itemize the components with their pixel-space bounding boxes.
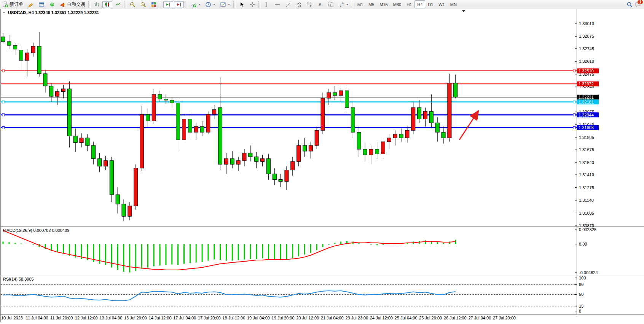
time-axis-label: 19 Jul 04:00 [247,316,270,320]
candle-body [321,98,325,130]
candle-body [435,123,439,132]
hline-handle[interactable] [2,101,5,103]
candle-body [424,112,427,119]
time-axis-label: 20 Jul 12:00 [296,316,319,320]
candle-body [49,86,53,96]
hline-handle[interactable] [573,101,575,103]
price-axis-label: 1.31675 [579,147,594,152]
candle-body [230,159,234,164]
price-tag-text: 1.32510 [579,69,594,73]
chart-symbol-period: USDCAD-,H4 [8,10,34,15]
macd-axis-label: -0.004624 [579,270,598,275]
candle-body [188,119,192,132]
time-axis-label: 12 Jul 12:00 [75,316,98,320]
time-axis-label: 11 Jul 04:00 [26,316,48,320]
price-axis-label: 1.32875 [579,34,594,38]
candle-body [110,161,113,195]
candle-body [67,89,71,136]
price-tag-text: 1.32181 [579,100,594,104]
hline-handle[interactable] [573,70,575,72]
candle-body [255,157,258,161]
candle-body [418,108,421,119]
hline-handle[interactable] [573,126,575,129]
price-tag-text: 1.31908 [579,125,594,130]
hline-handle[interactable] [2,70,5,72]
candle-body [309,145,312,151]
price-axis-label: 1.31140 [579,198,594,203]
candle-body [303,145,307,151]
candle-body [242,153,246,161]
candle-body [357,132,361,149]
time-axis-label: 24 Jul 12:00 [370,316,393,320]
candle-body [37,46,41,74]
price-tag-text: 1.32044 [579,113,594,117]
chart-ohlc-quotes: 1.32346 1.32351 1.32229 1.32231 [35,10,99,15]
time-axis-label: 27 Jul 04:00 [468,316,491,320]
candle-body [454,83,457,97]
candle-body [375,149,379,154]
candle-body [146,114,150,121]
chart-background [0,9,644,324]
candle-body [345,91,349,108]
time-axis-label: 27 Jul 20:00 [493,316,516,320]
candle-body [315,130,319,145]
candle-body [399,134,403,138]
time-axis-label: 13 Jul 20:00 [124,316,147,320]
candle-body [405,130,409,138]
candle-body [236,161,240,164]
rsi-indicator-label: RSI(14) 58.3985 [3,277,34,281]
rsi-axis-label: 80 [579,282,583,287]
time-axis-label: 13 Jul 04:00 [99,316,122,320]
candle-body [80,138,83,142]
price-axis-label: 1.31805 [579,135,594,140]
candle-body [176,103,180,140]
candle-body [25,53,29,61]
candle-body [164,99,168,100]
candle-body [122,204,126,216]
price-tag: 1.32181 [577,99,599,104]
candle-body [200,126,204,132]
candle-body [273,174,276,180]
candle-body [381,142,385,154]
time-axis-label: 21 Jul 04:00 [321,316,344,320]
hline-handle[interactable] [2,114,5,116]
candle-body [429,112,433,123]
candle-body [339,91,343,95]
time-axis-label: 17 Jul 04:00 [173,316,196,320]
candle-body [19,50,23,60]
candle-body [206,114,210,132]
candle-body [261,159,265,161]
macd-axis-label: 0.00 [579,242,587,246]
candle-body [7,41,11,45]
candle-body [86,138,89,145]
candle-body [224,159,228,164]
time-axis[interactable]: 10 Jul 202311 Jul 04:0011 Jul 20:0012 Ju… [1,316,516,320]
chart-canvas[interactable]: 1.330101.328751.327451.326101.324751.323… [0,0,644,324]
price-axis-label: 1.31540 [579,160,594,165]
candle-body [1,37,5,41]
candle-body [170,100,174,103]
time-axis-label: 10 Jul 2023 [1,316,23,320]
candle-body [387,138,391,142]
hline-handle[interactable] [573,114,575,116]
time-axis-label: 25 Jul 20:00 [419,316,442,320]
candle-body [333,93,337,95]
price-tag: 1.32510 [577,69,599,73]
candle-body [249,153,252,157]
hline-handle[interactable] [2,126,5,129]
candle-body [297,145,301,161]
candle-body [218,108,222,164]
candle-body [56,92,59,96]
mt4-window: 新订单 自动交易 [0,0,644,324]
price-tag: 1.32231 [577,95,599,100]
candle-body [98,159,102,166]
candle-body [152,94,156,121]
candle-body [43,74,47,86]
candle-body [266,159,270,174]
price-tag-text: 1.32372 [579,81,594,86]
candle-body [73,136,77,142]
candle-body [158,94,162,99]
price-tag: 1.31908 [577,125,599,130]
chart-menu-triangle-icon[interactable]: ▼ [3,11,5,14]
price-tag-text: 1.32231 [579,95,594,99]
